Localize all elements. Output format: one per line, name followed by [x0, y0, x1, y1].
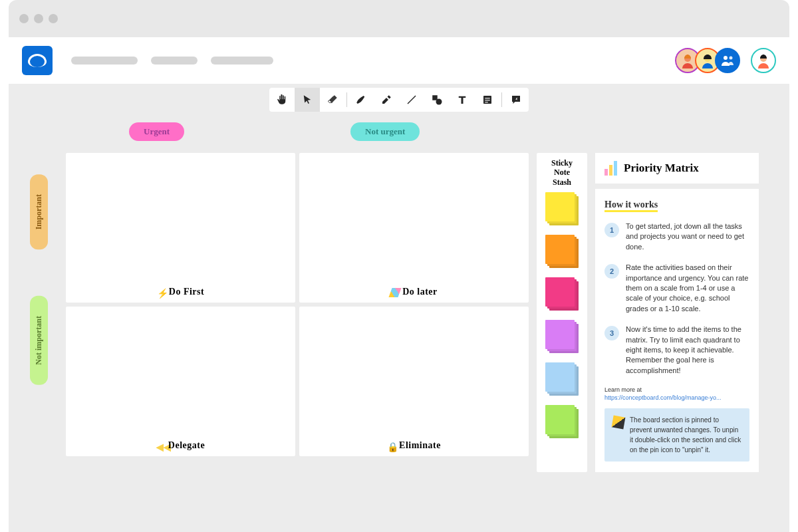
- window-dot: [49, 14, 58, 23]
- note-tool-icon[interactable]: [475, 88, 500, 112]
- pen-tool-icon[interactable]: [348, 88, 374, 112]
- quadrant-do-first[interactable]: ⚡Do First: [66, 153, 295, 303]
- arrows-icon: ◀◀: [156, 442, 166, 451]
- sticky-stack-green[interactable]: [545, 405, 579, 438]
- comment-tool-icon[interactable]: [503, 88, 529, 112]
- highlighter-tool-icon[interactable]: [374, 88, 399, 112]
- panel-body: How it works 1 To get started, jot down …: [595, 189, 759, 472]
- collaborator-avatars: [680, 48, 776, 73]
- quadrant-label: 🔒Eliminate: [299, 440, 529, 451]
- quadrant-do-later[interactable]: Do later: [299, 153, 529, 303]
- sticky-stack-pink[interactable]: [545, 277, 579, 311]
- hand-tool-icon[interactable]: [269, 88, 295, 112]
- pointer-tool-icon[interactable]: [295, 88, 320, 112]
- svg-line-5: [408, 96, 416, 104]
- app-header: [9, 37, 789, 84]
- lock-icon: 🔒: [387, 442, 396, 451]
- breadcrumb-placeholder: [151, 57, 198, 65]
- toolbar-separator: [501, 92, 502, 107]
- svg-point-2: [724, 56, 728, 60]
- step-number: 3: [604, 326, 619, 340]
- step-number: 1: [604, 223, 619, 237]
- quadrant-eliminate[interactable]: 🔒Eliminate: [299, 307, 529, 456]
- info-panel: Priority Matrix How it works 1 To get st…: [595, 153, 759, 472]
- svg-point-3: [730, 57, 733, 60]
- quadrant-label: ⚡Do First: [66, 287, 295, 297]
- learn-more-link[interactable]: https://conceptboard.com/blog/manage-yo.…: [604, 394, 722, 401]
- quadrant-delegate[interactable]: ◀◀Delegate: [66, 307, 295, 456]
- toolbar: [269, 88, 529, 112]
- sticky-note-stash: Sticky Note Stash: [537, 153, 587, 472]
- step-2: 2 Rate the activities based on their imp…: [604, 263, 749, 314]
- pin-icon: [612, 416, 626, 430]
- app-logo[interactable]: [22, 46, 53, 75]
- add-collaborator-icon[interactable]: [715, 48, 740, 73]
- svg-point-7: [436, 99, 442, 105]
- how-it-works-heading: How it works: [604, 200, 658, 212]
- sticky-stack-purple[interactable]: [545, 320, 579, 353]
- bar-chart-icon: [604, 161, 617, 176]
- eraser-tool-icon[interactable]: [320, 88, 345, 112]
- important-label: Important: [30, 174, 48, 249]
- window-dot: [19, 14, 29, 23]
- panel-header: Priority Matrix: [595, 153, 759, 184]
- text-tool-icon[interactable]: [450, 88, 475, 112]
- pinned-note-text: The board section is pinned to prevent u…: [630, 415, 741, 455]
- step-text: To get started, jot down all the tasks a…: [626, 221, 749, 252]
- breadcrumb-placeholder: [211, 57, 273, 65]
- toolbar-separator: [346, 92, 347, 107]
- avatar-current-user[interactable]: [751, 48, 776, 73]
- learn-more: Learn more at https://conceptboard.com/b…: [604, 386, 749, 402]
- step-1: 1 To get started, jot down all the tasks…: [604, 221, 749, 252]
- toolbar-container: [9, 84, 789, 116]
- not-urgent-label: Not urgent: [350, 122, 420, 141]
- breadcrumb-placeholder: [71, 57, 138, 65]
- window-dot: [34, 14, 43, 23]
- step-3: 3 Now it's time to add the items to the …: [604, 325, 749, 376]
- shape-tool-icon[interactable]: [424, 88, 450, 112]
- stripes-icon: [389, 288, 402, 297]
- browser-chrome: [9, 0, 789, 37]
- step-number: 2: [604, 264, 619, 279]
- line-tool-icon[interactable]: [399, 88, 424, 112]
- quadrant-label: ◀◀Delegate: [66, 440, 295, 451]
- svg-rect-6: [432, 95, 438, 100]
- pinned-note: The board section is pinned to prevent u…: [604, 408, 749, 462]
- priority-matrix: ⚡Do First Do later ◀◀Delegate 🔒Eliminate: [66, 153, 529, 472]
- canvas[interactable]: Urgent Not urgent Important Not importan…: [9, 116, 789, 532]
- urgent-label: Urgent: [129, 122, 184, 141]
- stash-title: Sticky Note Stash: [539, 158, 585, 187]
- step-text: Rate the activities based on their impor…: [626, 263, 749, 314]
- sticky-stack-blue[interactable]: [545, 362, 579, 396]
- sticky-stack-yellow[interactable]: [545, 192, 579, 225]
- quadrant-label: Do later: [299, 287, 529, 297]
- bolt-icon: ⚡: [157, 288, 166, 297]
- step-text: Now it's time to add the items to the ma…: [626, 325, 749, 376]
- not-important-label: Not important: [30, 296, 48, 385]
- panel-title: Priority Matrix: [624, 162, 699, 175]
- sticky-stack-orange[interactable]: [545, 235, 579, 268]
